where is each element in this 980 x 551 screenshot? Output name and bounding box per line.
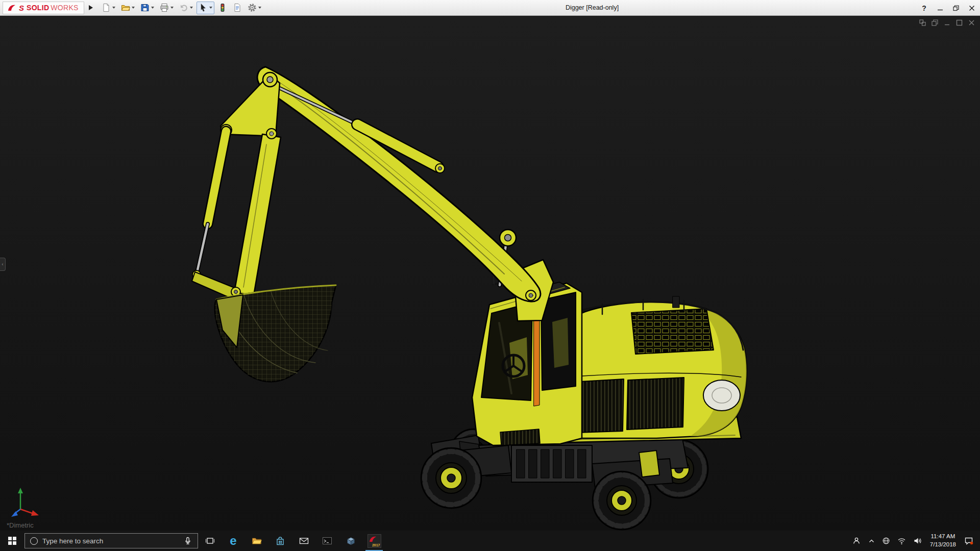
engine-housing[interactable] <box>560 296 747 438</box>
standard-toolbar <box>100 2 263 14</box>
console-button[interactable] <box>315 531 339 551</box>
maximize-document-icon[interactable] <box>956 19 963 26</box>
print-dropdown-arrow[interactable] <box>170 7 174 9</box>
task-view-button[interactable] <box>198 531 222 551</box>
solidworks-logo: S SOLIDWORKS <box>3 2 84 14</box>
select-button[interactable] <box>197 2 214 14</box>
chevron-up-icon <box>868 538 875 544</box>
tank-cap <box>703 380 740 411</box>
file-properties-button[interactable] <box>231 2 244 14</box>
windows-taskbar: e 2017 <box>0 531 980 551</box>
notification-badge <box>970 541 973 544</box>
select-cursor-icon <box>199 3 208 12</box>
microphone-icon[interactable] <box>183 536 192 545</box>
action-center-button[interactable] <box>961 537 977 545</box>
file-explorer-button[interactable] <box>245 531 268 551</box>
excavator-model[interactable] <box>192 67 747 530</box>
rebuild-button[interactable] <box>216 2 229 14</box>
people-button[interactable] <box>848 536 865 545</box>
tile-windows-icon[interactable] <box>919 19 926 26</box>
brand-solid: SOLID <box>27 4 49 12</box>
file-properties-icon <box>233 3 242 12</box>
bucket-cylinder[interactable] <box>192 131 226 279</box>
restore-down-icon <box>953 5 959 11</box>
clock-time: 11:47 AM <box>930 533 956 541</box>
solidworks-2017-icon: 2017 <box>368 534 381 548</box>
network-globe-icon <box>882 537 890 545</box>
stick-arm[interactable] <box>220 72 281 295</box>
bucket-link <box>192 272 237 299</box>
start-button[interactable] <box>0 531 24 551</box>
mail-button[interactable] <box>292 531 315 551</box>
side-grille-right <box>627 378 684 430</box>
minimize-document-icon[interactable] <box>944 19 950 26</box>
undo-button[interactable] <box>177 2 195 14</box>
window-controls: ? <box>917 0 978 16</box>
clock-date: 7/13/2018 <box>930 541 956 549</box>
exhaust <box>673 296 679 308</box>
menu-flyout-arrow[interactable] <box>89 5 93 10</box>
save-button[interactable] <box>138 2 156 14</box>
document-window-controls <box>919 19 975 26</box>
people-icon <box>852 536 861 545</box>
close-document-icon[interactable] <box>968 19 975 26</box>
cascade-windows-icon[interactable] <box>932 19 938 26</box>
taskbar-clock[interactable]: 11:47 AM 7/13/2018 <box>925 533 961 548</box>
window-title: Digger [Read-only] <box>276 4 909 11</box>
volume-icon <box>913 537 922 545</box>
ds-swoosh-icon <box>7 4 17 12</box>
store-button[interactable] <box>268 531 292 551</box>
3d-viewport[interactable] <box>0 16 980 531</box>
file-explorer-icon <box>252 536 262 545</box>
gear-icon <box>248 3 257 12</box>
system-tray: 11:47 AM 7/13/2018 <box>848 531 980 551</box>
print-icon <box>160 3 169 12</box>
solidworks-2017-button[interactable]: 2017 <box>362 531 386 551</box>
close-button[interactable] <box>965 2 978 14</box>
wheel-front-near[interactable] <box>421 448 481 508</box>
minimize-button[interactable] <box>933 2 947 14</box>
task-view-icon <box>205 536 215 545</box>
save-dropdown-arrow[interactable] <box>151 7 154 9</box>
open-dropdown-arrow[interactable] <box>132 7 135 9</box>
options-button[interactable] <box>246 2 263 14</box>
taskbar-search[interactable] <box>24 533 198 548</box>
titlebar: S SOLIDWORKS <box>0 0 980 16</box>
volume-button[interactable] <box>910 537 925 545</box>
show-hidden-icons-button[interactable] <box>865 538 878 544</box>
mail-icon <box>299 536 309 545</box>
network-button[interactable] <box>878 537 894 545</box>
restore-button[interactable] <box>949 2 963 14</box>
open-folder-icon <box>121 3 130 12</box>
cad-viewer-button[interactable] <box>339 531 362 551</box>
options-dropdown-arrow[interactable] <box>258 7 261 9</box>
new-dropdown-arrow[interactable] <box>112 7 115 9</box>
bucket[interactable] <box>192 272 336 382</box>
boom[interactable] <box>257 67 553 321</box>
logo-s: S <box>19 4 24 12</box>
help-button[interactable]: ? <box>917 2 931 14</box>
new-document-button[interactable] <box>100 2 117 14</box>
edge-button[interactable]: e <box>222 531 245 551</box>
undo-dropdown-arrow[interactable] <box>190 7 193 9</box>
open-button[interactable] <box>119 2 137 14</box>
graphics-area[interactable]: ‹ *Dimetric <box>0 16 980 531</box>
search-input[interactable] <box>42 537 179 545</box>
new-document-icon <box>102 3 111 12</box>
store-icon <box>276 536 285 546</box>
engine-vent-cover <box>631 309 714 354</box>
cad-cube-icon <box>346 536 356 546</box>
action-center-icon <box>964 537 973 545</box>
solidworks-window: S SOLIDWORKS <box>0 0 980 551</box>
minimize-icon <box>937 5 943 11</box>
feature-panel-collapsed-tab[interactable]: ‹ <box>0 258 6 271</box>
edge-icon: e <box>230 535 236 547</box>
operator-seat <box>509 337 528 379</box>
select-dropdown-arrow[interactable] <box>209 7 212 9</box>
rebuild-traffic-light-icon <box>218 3 227 12</box>
wheel-rear-near[interactable] <box>593 471 651 530</box>
reference-triad <box>8 486 41 518</box>
console-icon <box>322 536 332 545</box>
print-button[interactable] <box>158 2 176 14</box>
wifi-button[interactable] <box>894 537 910 545</box>
